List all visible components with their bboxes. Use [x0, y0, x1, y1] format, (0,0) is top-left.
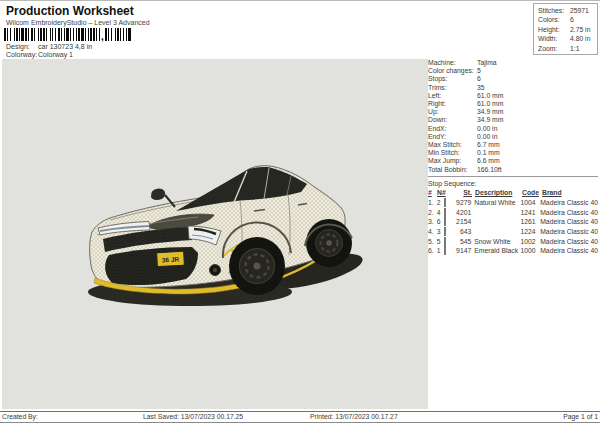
license-plate-text: 36 JR — [162, 256, 180, 264]
seq-needle: 2 — [437, 199, 444, 206]
design-preview-car: 36 JR — [2, 59, 428, 409]
seq-swatch-cell — [444, 247, 452, 254]
stop-sequence-table: # N# St. Description Code Brand 1. 2 927… — [428, 188, 598, 256]
thread-color-swatch — [444, 208, 446, 217]
stop-sequence-title: Stop Sequence: — [428, 179, 598, 188]
footer-printed: Printed: 13/07/2023 00.17.27 — [310, 413, 398, 420]
machine-label: Color changes: — [428, 67, 477, 75]
stat-value: 6 — [570, 15, 574, 24]
stop-sequence-header: # N# St. Description Code Brand — [428, 188, 598, 198]
col-header-num: # — [428, 189, 437, 196]
production-worksheet-page: Production Worksheet Wilcom EmbroiderySt… — [0, 0, 600, 424]
seq-num: 6. — [428, 247, 437, 254]
stat-label: Colors: — [538, 15, 570, 24]
design-barcode: , — [4, 28, 132, 41]
col-header-needle: N# — [437, 189, 444, 196]
seq-swatch-cell — [444, 228, 452, 235]
machine-value: 0.1 mm — [477, 149, 500, 157]
machine-value: 6 — [477, 75, 481, 83]
machine-value: 166.10ft — [477, 166, 502, 174]
machine-value: 35 — [477, 84, 485, 92]
seq-code: 1002 — [518, 238, 537, 245]
seq-swatch-cell — [444, 238, 452, 245]
seq-brand: Madeira Classic 40 — [537, 247, 598, 254]
stat-value: 1:1 — [570, 44, 579, 53]
seq-num: 5. — [428, 238, 437, 245]
footer-created-by: Created By: — [2, 413, 38, 420]
page-title: Production Worksheet — [6, 4, 134, 18]
machine-label: Down: — [428, 116, 477, 124]
machine-value: 61.0 mm — [477, 92, 503, 100]
stat-width: Width:4.80 in — [538, 34, 597, 43]
app-subtitle: Wilcom EmbroideryStudio – Level 3 Advanc… — [6, 19, 150, 26]
machine-value: 61.0 mm — [477, 100, 503, 108]
machine-row: Right:61.0 mm — [428, 100, 598, 108]
seq-code: 1261 — [518, 218, 537, 225]
machine-row: Left:61.0 mm — [428, 92, 598, 100]
seq-stitches: 9147 — [452, 247, 472, 254]
seq-needle: 3 — [437, 228, 444, 235]
design-canvas: 36 JR — [2, 59, 428, 409]
machine-value: Tajima — [477, 59, 497, 67]
seq-code: 1004 — [518, 199, 537, 206]
machine-row: Up:34.9 mm — [428, 108, 598, 116]
design-value: car 130723 4,8 in — [38, 43, 92, 50]
stat-zoom: Zoom:1:1 — [538, 44, 597, 53]
seq-stitches: 4201 — [452, 209, 472, 216]
fog-light — [210, 265, 221, 276]
machine-row: Down:34.9 mm — [428, 116, 598, 124]
barcode-segment-2 — [105, 28, 132, 41]
machine-value: 34.9 mm — [477, 116, 503, 124]
colorway-value: Colorway 1 — [38, 51, 73, 58]
machine-value: 0.00 in — [477, 125, 497, 133]
machine-row: EndY:0.00 in — [428, 133, 598, 141]
seq-code: 1224 — [518, 228, 537, 235]
stat-colors: Colors:6 — [538, 15, 597, 24]
machine-row: Max Jump:6.6 mm — [428, 157, 598, 165]
design-label: Design: — [6, 43, 30, 50]
machine-label: EndY: — [428, 133, 477, 141]
machine-row: Trims:35 — [428, 84, 598, 92]
seq-num: 1. — [428, 199, 437, 206]
colorway-row: Colorway: Colorway 1 — [6, 51, 37, 58]
machine-row: Total Bobbin:166.10ft — [428, 166, 598, 174]
stat-label: Width: — [538, 34, 570, 43]
col-header-code: Code — [520, 189, 539, 196]
seq-code: 1241 — [518, 209, 537, 216]
stat-value: 2.75 in — [570, 25, 590, 34]
seq-swatch-cell — [444, 209, 452, 216]
machine-row: Stops:6 — [428, 75, 598, 83]
thread-color-swatch — [444, 217, 446, 226]
machine-label: Total Bobbin: — [428, 166, 477, 174]
seq-brand: Madeira Classic 40 — [537, 228, 598, 235]
design-row: Design: car 130723 4,8 in — [6, 43, 30, 50]
footer-page-number: Page 1 of 1 — [563, 413, 598, 420]
machine-label: Max Jump: — [428, 157, 477, 165]
machine-value: 34.9 mm — [477, 108, 503, 116]
design-stats-box: Stitches:25971 Colors:6 Height:2.75 in W… — [533, 3, 598, 55]
machine-label: Stops: — [428, 75, 477, 83]
machine-row: EndX:0.00 in — [428, 125, 598, 133]
seq-swatch-cell — [444, 218, 452, 225]
stat-value: 4.80 in — [570, 34, 590, 43]
stat-label: Stitches: — [538, 6, 570, 15]
machine-value: 6.7 mm — [477, 141, 500, 149]
seq-description: Emerald Black — [471, 247, 518, 254]
seq-description: Snow White — [471, 238, 518, 245]
seq-stitches: 643 — [452, 228, 472, 235]
footer-bottom-line — [0, 422, 600, 423]
col-header-stitches: St. — [452, 189, 472, 196]
seq-stitches: 545 — [452, 238, 472, 245]
colorway-label: Colorway: — [6, 51, 37, 58]
seq-num: 4. — [428, 228, 437, 235]
seq-num: 3. — [428, 218, 437, 225]
seq-swatch-cell — [444, 199, 452, 206]
machine-row: Min Stitch:0.1 mm — [428, 149, 598, 157]
seq-needle: 4 — [437, 209, 444, 216]
col-header-description: Description — [472, 189, 520, 196]
barcode-comma: , — [101, 33, 104, 41]
machine-info-panel: Machine:Tajima Color changes:5 Stops:6 T… — [428, 59, 598, 256]
stop-sequence-row: 5. 5 545 Snow White 1002 Madeira Classic… — [428, 236, 598, 246]
stop-sequence-row: 2. 4 4201 1241 Madeira Classic 40 — [428, 207, 598, 217]
seq-stitches: 9279 — [452, 199, 472, 206]
